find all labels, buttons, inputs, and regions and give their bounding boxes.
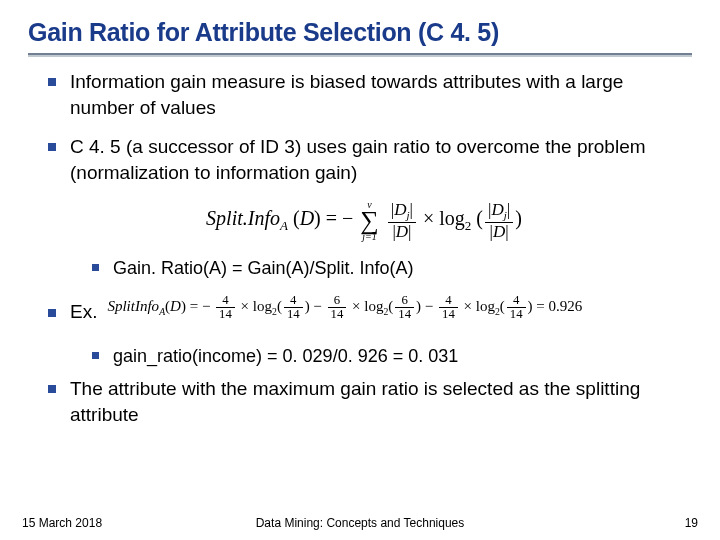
title-rule-area [0,53,720,69]
f-lhs-arg: D [300,207,314,229]
bullet-6-text: The attribute with the maximum gain rati… [70,376,680,427]
formula-example: SplitInfoA(D) = − 414 × log2(414) − 614 … [107,294,680,322]
fraction: Dj D [485,201,513,241]
bullet-1-text: Information gain measure is biased towar… [70,69,680,120]
bullet-3-text: Gain. Ratio(A) = Gain(A)/Split. Info(A) [113,256,414,280]
footer-page: 19 [685,516,698,530]
frac-num: D [394,200,406,219]
formula-splitinfo: Split.InfoA (D) = − v ∑ j=1 Dj D × log2 … [48,200,680,242]
slide: Gain Ratio for Attribute Selection (C 4.… [0,0,720,540]
f-lhs-name: Split.Info [206,207,280,229]
bullet-4-example: Ex. SplitInfoA(D) = − 414 × log2(414) − … [48,288,680,336]
fraction: Dj D [388,201,416,241]
bullet-icon [48,78,56,86]
title-rule [28,53,692,55]
bullet-4-text: Ex. [70,301,97,323]
bullet-icon [92,264,99,271]
footer-center: Data Mining: Concepts and Techniques [0,516,720,530]
sum-bottom: j=1 [360,232,379,242]
content-area: Information gain measure is biased towar… [0,69,720,427]
log-base: 2 [465,218,472,233]
bullet-2: C 4. 5 (a successor of ID 3) uses gain r… [48,134,680,185]
f-lhs-sub: A [280,218,288,233]
bullet-icon [48,309,56,317]
bullet-1: Information gain measure is biased towar… [48,69,680,120]
log-label: log [439,207,465,229]
bullet-6: The attribute with the maximum gain rati… [48,376,680,427]
sum-icon: v ∑ j=1 [360,200,379,242]
bullet-icon [92,352,99,359]
frac-num-sub: j [407,209,410,221]
bullet-5-sub: gain_ratio(income) = 0. 029/0. 926 = 0. … [92,344,680,368]
frac-den: D [396,222,408,241]
bullet-icon [48,385,56,393]
bullet-3-sub: Gain. Ratio(A) = Gain(A)/Split. Info(A) [92,256,680,280]
slide-title: Gain Ratio for Attribute Selection (C 4.… [0,0,720,53]
bullet-5-text: gain_ratio(income) = 0. 029/0. 926 = 0. … [113,344,458,368]
bullet-2-text: C 4. 5 (a successor of ID 3) uses gain r… [70,134,680,185]
bullet-icon [48,143,56,151]
